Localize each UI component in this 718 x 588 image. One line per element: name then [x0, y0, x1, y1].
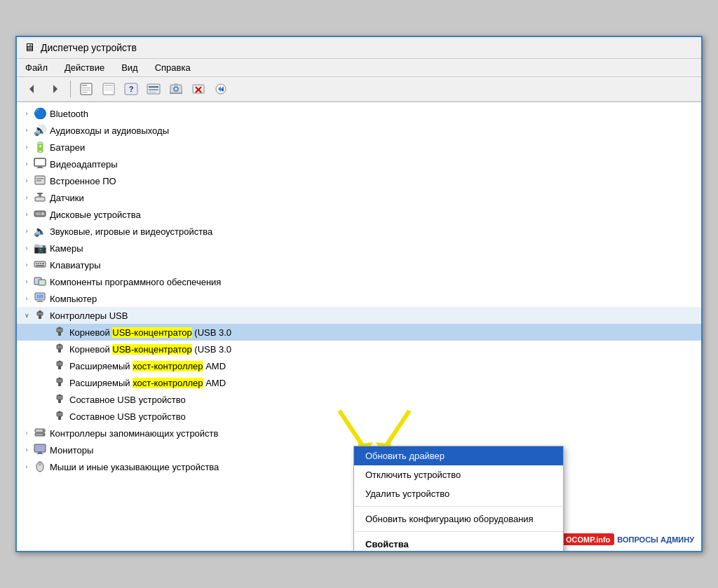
svg-rect-8	[104, 85, 113, 86]
usb-child-3[interactable]: Расширяемый хост-контроллер AMD	[17, 357, 701, 374]
svg-rect-50	[36, 301, 43, 302]
monitor-icon	[34, 444, 46, 457]
svg-rect-14	[149, 86, 158, 88]
menu-view[interactable]: Вид	[118, 61, 141, 74]
tree-item-batteries[interactable]: › 🔋 Батареи	[17, 139, 701, 156]
svg-rect-42	[38, 263, 39, 264]
svg-point-75	[43, 430, 45, 432]
expand-arrow-disks: ›	[22, 211, 31, 218]
expand-arrow-keyboards: ›	[22, 261, 31, 268]
tree-item-bluetooth[interactable]: › 🔵 Bluetooth	[17, 105, 701, 122]
ctx-scan-hardware[interactable]: Обновить конфигурацию оборудования	[354, 510, 563, 528]
expand-arrow-sound: ›	[22, 228, 31, 235]
svg-rect-78	[38, 452, 42, 453]
svg-rect-19	[175, 83, 177, 86]
audio-icon: 🔊	[34, 124, 46, 137]
device-tree: › 🔵 Bluetooth › 🔊 Аудиовходы и аудиовыхо…	[17, 102, 701, 478]
svg-marker-0	[29, 85, 34, 93]
expand-arrow-bluetooth: ›	[22, 110, 31, 117]
svg-rect-10	[104, 90, 113, 90]
svg-rect-77	[34, 444, 46, 452]
svg-rect-43	[40, 263, 41, 264]
ctx-disable-device[interactable]: Отключить устройство	[354, 465, 563, 484]
back-button[interactable]	[22, 80, 42, 98]
svg-rect-41	[36, 263, 37, 264]
tree-item-computer[interactable]: › Компьютер	[17, 290, 701, 307]
view-button[interactable]	[144, 80, 163, 98]
ctx-update-driver[interactable]: Обновить драйвер	[354, 446, 563, 465]
properties-button[interactable]	[76, 80, 96, 98]
computer-label: Компьютер	[50, 294, 701, 304]
watermark: ✚ OCOMP.info ВОПРОСЫ АДМИНУ	[553, 533, 694, 545]
toolbar: ?	[17, 77, 701, 102]
svg-rect-29	[38, 166, 42, 167]
svg-marker-1	[53, 85, 57, 93]
svg-rect-49	[38, 300, 42, 301]
expand-arrow-usb: ∨	[22, 312, 31, 319]
toolbar-separator-1	[70, 81, 71, 97]
menu-file[interactable]: Файл	[22, 61, 50, 74]
usb-child-6-label: Составное USB устройство	[69, 411, 701, 422]
forward-button[interactable]	[45, 80, 65, 98]
bluetooth-icon: 🔵	[34, 107, 46, 120]
expand-arrow-batteries: ›	[22, 144, 31, 151]
update-driver-button[interactable]	[211, 80, 231, 98]
firmware-label: Встроенное ПО	[50, 176, 701, 186]
tree-item-software-components[interactable]: › Компоненты программного обеспечения	[17, 273, 701, 290]
title-bar: 🖥 Диспетчер устройств	[17, 37, 701, 59]
cameras-label: Камеры	[50, 243, 701, 254]
batteries-label: Батареи	[50, 142, 701, 153]
display-label: Видеоадаптеры	[50, 159, 701, 170]
menu-action[interactable]: Действие	[62, 61, 107, 74]
ctx-uninstall-device[interactable]: Удалить устройство	[354, 484, 563, 503]
expand-arrow-display: ›	[22, 160, 31, 167]
tree-item-storage[interactable]: › Контроллеры запоминающих устройств	[17, 425, 701, 442]
tree-item-firmware[interactable]: › Встроенное ПО	[17, 172, 701, 189]
usb-device-icon-2	[53, 343, 66, 356]
svg-rect-44	[42, 263, 44, 264]
usb-child-4[interactable]: Расширяемый хост-контроллер AMD	[17, 374, 701, 391]
usb-child-6[interactable]: Составное USB устройство	[17, 408, 701, 425]
watermark-brand: OCOMP.info	[566, 535, 610, 544]
scan-button[interactable]	[166, 80, 186, 98]
menu-bar: Файл Действие Вид Справка	[17, 59, 701, 77]
usb-child-1[interactable]: Корневой USB-концентратор (USB 3.0	[17, 324, 701, 341]
mice-icon	[34, 460, 46, 474]
bluetooth-label: Bluetooth	[50, 109, 701, 119]
tree-item-audio[interactable]: › 🔊 Аудиовходы и аудиовыходы	[17, 122, 701, 139]
usb-child-2[interactable]: Корневой USB-концентратор (USB 3.0	[17, 341, 701, 357]
svg-rect-47	[39, 280, 46, 285]
tree-item-usb[interactable]: ∨ Контроллеры USB	[17, 307, 701, 324]
svg-rect-18	[170, 93, 182, 94]
svg-marker-54	[38, 310, 42, 313]
disks-label: Дисковые устройства	[50, 210, 701, 220]
usb-device-icon-6	[53, 410, 66, 423]
usb-sub-items: Корневой USB-концентратор (USB 3.0 Корне…	[17, 324, 701, 425]
uninstall-button[interactable]	[189, 80, 208, 98]
tree-item-sensors[interactable]: › Датчики	[17, 189, 701, 206]
tree-item-sound[interactable]: › 🔈 Звуковые, игровые и видеоустройства	[17, 223, 701, 240]
usb-child-2-label: Корневой USB-концентратор (USB 3.0	[69, 344, 701, 355]
svg-rect-36	[37, 193, 43, 194]
storage-icon	[34, 427, 46, 440]
keyboard-icon	[34, 259, 46, 272]
usb-child-5[interactable]: Составное USB устройство	[17, 391, 701, 408]
disk-icon	[34, 208, 46, 221]
expand-arrow-monitors: ›	[22, 446, 31, 453]
expand-arrow-sensors: ›	[22, 194, 31, 201]
tree-item-cameras[interactable]: › 📷 Камеры	[17, 240, 701, 257]
tree-item-display[interactable]: › Видеоадаптеры	[17, 156, 701, 172]
window-title: Диспетчер устройств	[41, 42, 137, 53]
ctx-separator-1	[354, 506, 563, 507]
usb-child-4-label: Расширяемый хост-контроллер AMD	[69, 378, 701, 388]
tree-item-disks[interactable]: › Дисковые устройства	[17, 206, 701, 223]
keyboards-label: Клавиатуры	[50, 260, 701, 271]
svg-rect-32	[36, 178, 43, 179]
tree-item-keyboards[interactable]: › Клавиатуры	[17, 257, 701, 273]
show-hidden-button[interactable]	[99, 80, 118, 98]
help-button[interactable]: ?	[121, 80, 141, 98]
usb-child-1-label: Корневой USB-концентратор (USB 3.0	[69, 327, 701, 338]
ctx-properties[interactable]: Свойства	[354, 535, 563, 551]
svg-rect-45	[36, 265, 44, 266]
menu-help[interactable]: Справка	[152, 61, 194, 74]
